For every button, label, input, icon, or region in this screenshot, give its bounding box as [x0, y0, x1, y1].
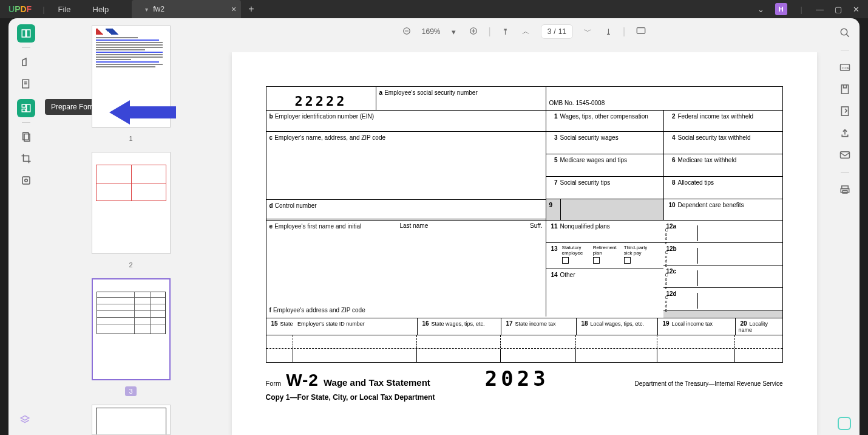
first-page-button[interactable]: ⤒	[500, 25, 511, 39]
thumbnail-panel: 1 2 3	[44, 18, 218, 435]
app-logo: UPDF	[0, 4, 40, 14]
presentation-button[interactable]	[634, 24, 648, 39]
thumbnail-page-4[interactable]	[67, 405, 195, 435]
page-input[interactable]: 3 / 11	[541, 24, 573, 39]
w2-form: 22222 a Employee's social security numbe…	[266, 86, 783, 363]
left-toolbar: Prepare Form	[8, 18, 44, 435]
right-toolbar: OCR	[830, 18, 860, 435]
edit-tool-button[interactable]	[17, 75, 35, 93]
tab-dropdown-icon[interactable]: ▾	[140, 6, 153, 13]
svg-text:OCR: OCR	[842, 66, 850, 70]
workspace: Prepare Form	[8, 18, 860, 435]
zoom-value: 169%	[422, 27, 441, 36]
svg-rect-24	[841, 85, 848, 94]
tab-close-icon[interactable]: ×	[231, 4, 236, 14]
document-toolbar: 169% ▾ | ⤒ ︿ 3 / 11 ﹀ ⤓ |	[218, 18, 830, 45]
zoom-dropdown-icon[interactable]: ▾	[449, 25, 458, 39]
next-page-button[interactable]: ﹀	[581, 24, 594, 39]
prev-page-button[interactable]: ︿	[520, 24, 532, 39]
chevron-down-icon[interactable]: ⌄	[758, 5, 764, 14]
page-tool-button[interactable]	[17, 128, 35, 146]
window-maximize-icon[interactable]: ▢	[835, 5, 842, 14]
last-page-button[interactable]: ⤓	[603, 25, 614, 39]
w2-22222: 22222	[270, 89, 373, 109]
thumbnail-page-1[interactable]: 1	[67, 26, 195, 143]
annotation-arrow-icon	[109, 99, 176, 126]
current-page: 3	[548, 27, 552, 36]
thumb-number: 1	[125, 134, 136, 143]
prepare-form-button[interactable]: Prepare Form	[17, 99, 35, 117]
document-viewer[interactable]: 22222 a Employee's social security numbe…	[218, 52, 830, 435]
svg-rect-10	[22, 177, 30, 184]
thumb-number: 2	[125, 260, 136, 270]
svg-rect-1	[27, 30, 30, 37]
title-bar: UPDF | File Help ▾ fw2 × + ⌄ H | — ▢ ✕	[0, 0, 868, 18]
svg-line-21	[846, 34, 849, 37]
menu-file[interactable]: File	[47, 5, 82, 14]
svg-rect-6	[22, 109, 25, 112]
svg-rect-0	[22, 30, 25, 37]
svg-rect-5	[22, 104, 25, 108]
thumb-number: 3	[125, 386, 136, 396]
comment-tool-button[interactable]	[17, 53, 35, 71]
layers-icon[interactable]	[19, 414, 30, 428]
menu-help[interactable]: Help	[82, 5, 120, 14]
new-tab-button[interactable]: +	[248, 4, 254, 15]
svg-point-11	[25, 179, 28, 182]
share-button[interactable]	[836, 125, 853, 142]
tab-title: fw2	[153, 5, 164, 13]
protect-tool-button[interactable]	[17, 171, 35, 190]
svg-marker-13	[109, 100, 176, 125]
form-year: 2023	[485, 366, 549, 391]
user-avatar[interactable]: H	[775, 3, 787, 15]
omb-number: OMB No. 1545-0008	[549, 100, 605, 106]
zoom-in-button[interactable]	[467, 24, 480, 39]
save-button[interactable]	[836, 81, 853, 98]
crop-tool-button[interactable]	[17, 149, 35, 168]
thumbnail-page-2[interactable]: 2	[67, 152, 195, 270]
window-close-icon[interactable]: ✕	[853, 5, 860, 14]
svg-rect-7	[27, 104, 30, 112]
svg-point-20	[841, 29, 847, 35]
reader-mode-button[interactable]	[17, 24, 35, 43]
form-title: W-2	[286, 371, 319, 390]
search-button[interactable]	[836, 24, 853, 41]
svg-rect-19	[637, 27, 645, 33]
svg-marker-12	[21, 416, 29, 420]
form-footer: Form W-2 Wage and Tax Statement 2023 Dep…	[266, 366, 783, 391]
window-minimize-icon[interactable]: —	[816, 5, 824, 14]
export-button[interactable]	[836, 103, 853, 120]
thumbnail-page-3[interactable]: 3	[67, 278, 195, 396]
page-content: 22222 a Employee's social security numbe…	[232, 52, 817, 435]
svg-rect-26	[841, 152, 850, 159]
ocr-button[interactable]: OCR	[836, 59, 853, 76]
print-button[interactable]	[836, 181, 853, 198]
ai-assistant-button[interactable]	[838, 417, 851, 430]
svg-rect-25	[841, 107, 848, 115]
document-tab[interactable]: ▾ fw2 ×	[132, 0, 241, 18]
copy-designation: Copy 1—For State, City, or Local Tax Dep…	[266, 393, 783, 402]
zoom-out-button[interactable]	[400, 24, 413, 39]
total-pages: 11	[558, 27, 566, 36]
email-button[interactable]	[836, 146, 853, 163]
